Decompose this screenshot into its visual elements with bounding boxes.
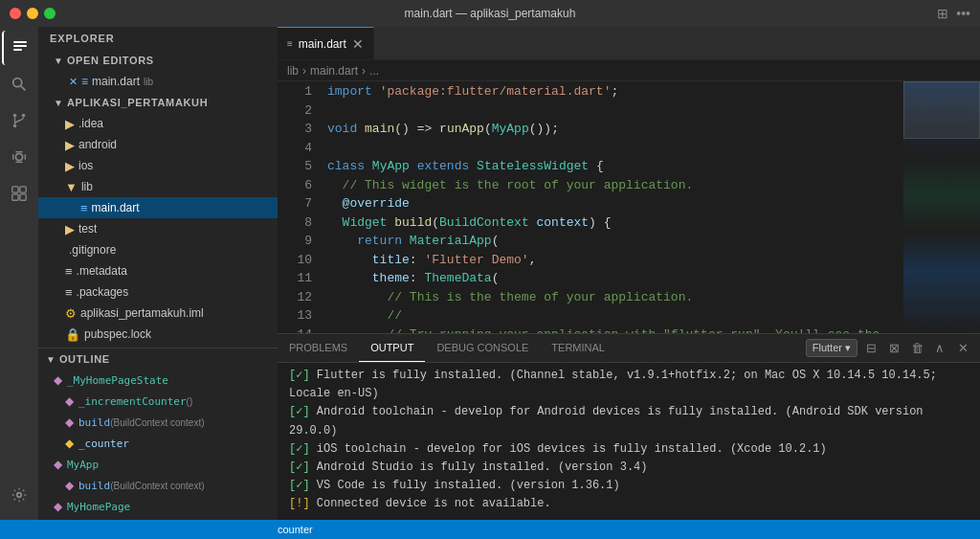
tab-output[interactable]: OUTPUT [359, 334, 425, 362]
status-bar: counter [0, 520, 980, 539]
search-icon[interactable] [2, 67, 36, 101]
tab-close-button[interactable]: ✕ [352, 36, 364, 52]
tree-android[interactable]: ▶ android [38, 134, 278, 155]
tree-test[interactable]: ▶ test [38, 218, 278, 239]
breadcrumb-part-lib[interactable]: lib [287, 64, 299, 78]
svg-rect-15 [12, 194, 18, 200]
close-button[interactable] [10, 8, 21, 19]
outline-panel: ▼ OUTLINE ◆ _MyHomePageState ◆ _incremen… [38, 348, 278, 520]
explorer-title: EXPLORER [38, 27, 278, 50]
terminal-output[interactable]: [✓] Flutter is fully installed. (Channel… [278, 363, 980, 520]
tab-terminal[interactable]: TERMINAL [540, 334, 616, 362]
panel-tab-bar: PROBLEMS OUTPUT DEBUG CONSOLE TERMINAL F… [278, 334, 980, 363]
breadcrumb-sep1: › [302, 64, 306, 78]
svg-point-6 [22, 114, 26, 118]
code-content[interactable]: import 'package:flutter/material.dart'; … [320, 81, 903, 333]
term-line: [!] Connected device is not available. [289, 495, 969, 513]
file-tree: ▼ OPEN EDITORS ✕ ≡ main.dart lib ▼ APLIK… [38, 50, 278, 348]
svg-line-4 [21, 86, 26, 91]
title-bar-actions: ⊞ ••• [937, 6, 970, 21]
breadcrumb-part-ellipsis[interactable]: ... [369, 64, 379, 78]
code-editor[interactable]: 12345 678910 1112131415 1617181920 impor… [278, 81, 980, 333]
panel-area: PROBLEMS OUTPUT DEBUG CONSOLE TERMINAL F… [278, 333, 980, 520]
activity-bar [0, 27, 38, 520]
outline-title[interactable]: ▼ OUTLINE [38, 348, 278, 370]
tab-problems[interactable]: PROBLEMS [278, 334, 359, 362]
open-editors-group[interactable]: ▼ OPEN EDITORS [38, 50, 278, 71]
outline-my-app[interactable]: ◆ MyApp [38, 454, 278, 475]
source-control-icon[interactable] [2, 103, 36, 138]
minimap [903, 81, 980, 333]
svg-rect-0 [13, 41, 27, 43]
tree-packages[interactable]: ≡ .packages [38, 281, 278, 303]
panel-close-icon[interactable]: ✕ [953, 339, 972, 358]
breadcrumb-part-file[interactable]: main.dart [310, 64, 358, 78]
tab-debug-console[interactable]: DEBUG CONSOLE [425, 334, 540, 362]
file-icon: ≡ [287, 38, 293, 49]
split-editor-icon[interactable]: ⊞ [937, 6, 948, 21]
traffic-lights [10, 8, 56, 19]
status-counter: counter [278, 524, 313, 535]
outline-my-home-page[interactable]: ◆ MyHomePage [38, 496, 278, 517]
line-numbers: 12345 678910 1112131415 1617181920 [278, 81, 320, 333]
panel-lock-icon[interactable]: ⊠ [884, 339, 903, 358]
tree-lib[interactable]: ▼ lib [38, 176, 278, 197]
breadcrumb: lib › main.dart › ... [278, 60, 980, 81]
tree-metadata[interactable]: ≡ .metadata [38, 260, 278, 281]
outline-build2[interactable]: ◆ build (BuildContext context) [38, 475, 278, 496]
tree-idea[interactable]: ▶ .idea [38, 113, 278, 134]
tab-main-dart[interactable]: ≡ main.dart ✕ [278, 27, 374, 59]
open-editor-main-dart[interactable]: ✕ ≡ main.dart lib [38, 71, 278, 92]
sidebar: EXPLORER ▼ OPEN EDITORS ✕ ≡ main.dart li… [38, 27, 278, 520]
svg-rect-1 [13, 45, 27, 47]
tree-gitignore[interactable]: .gitignore [38, 239, 278, 260]
panel-trash-icon[interactable]: 🗑 [907, 339, 926, 358]
editor-area: ≡ main.dart ✕ lib › main.dart › ... 1234… [278, 27, 980, 520]
debug-icon[interactable] [2, 140, 36, 174]
more-actions-icon[interactable]: ••• [956, 6, 970, 21]
outline-build1[interactable]: ◆ build (BuildContext context) [38, 412, 278, 433]
tab-label: main.dart [299, 37, 346, 51]
term-line: [✓] Android Studio is fully installed. (… [289, 459, 969, 477]
minimize-button[interactable] [27, 8, 38, 19]
tree-ios[interactable]: ▶ ios [38, 155, 278, 176]
maximize-button[interactable] [44, 8, 56, 19]
window-title: main.dart — aplikasi_pertamakuh [405, 7, 576, 20]
extensions-icon[interactable] [2, 176, 36, 211]
svg-rect-14 [20, 187, 26, 192]
term-line: [✓] Android toolchain - develop for Andr… [289, 403, 969, 439]
panel-filter-icon[interactable]: ⊟ [861, 339, 880, 358]
tree-pubspec-lock[interactable]: 🔒 pubspec.lock [38, 324, 278, 345]
output-source-dropdown[interactable]: Flutter ▾ [806, 339, 858, 357]
outline-increment-counter[interactable]: ◆ _incrementCounter () [38, 391, 278, 412]
tab-bar: ≡ main.dart ✕ [278, 27, 980, 60]
term-line: [✓] Flutter is fully installed. (Channel… [289, 367, 969, 403]
svg-point-3 [13, 79, 22, 87]
project-root[interactable]: ▼ APLIKASI_PERTAMAKUH [38, 92, 278, 113]
svg-point-7 [13, 124, 17, 128]
svg-point-5 [13, 114, 17, 118]
term-line: [✓] iOS toolchain - develop for iOS devi… [289, 440, 969, 459]
svg-rect-13 [12, 187, 18, 192]
panel-up-icon[interactable]: ∧ [930, 339, 949, 358]
svg-rect-2 [13, 49, 22, 51]
svg-point-17 [17, 493, 22, 498]
settings-icon[interactable] [2, 478, 36, 512]
panel-actions: Flutter ▾ ⊟ ⊠ 🗑 ∧ ✕ [806, 339, 980, 358]
outline-counter[interactable]: ◆ _counter [38, 433, 278, 454]
svg-point-8 [15, 153, 22, 160]
outline-my-home-page-state[interactable]: ◆ _MyHomePageState [38, 370, 278, 391]
term-line: [✓] VS Code is fully installed. (version… [289, 477, 969, 495]
tree-main-dart[interactable]: ≡ main.dart [38, 197, 278, 218]
explorer-icon[interactable] [2, 31, 36, 65]
main-layout: EXPLORER ▼ OPEN EDITORS ✕ ≡ main.dart li… [0, 27, 980, 520]
tree-iml[interactable]: ⚙ aplikasi_pertamakuh.iml [38, 303, 278, 324]
title-bar: main.dart — aplikasi_pertamakuh ⊞ ••• [0, 0, 980, 27]
breadcrumb-sep2: › [362, 64, 366, 78]
svg-rect-16 [20, 194, 26, 200]
